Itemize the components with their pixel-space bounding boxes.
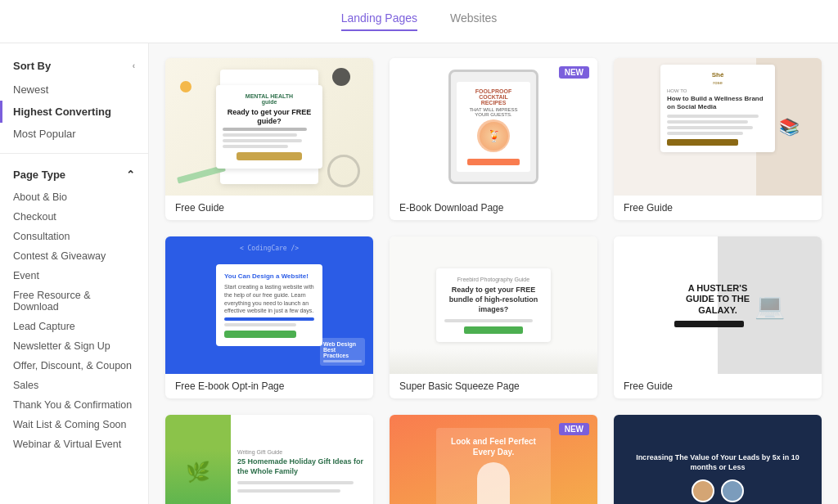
template-card-coding[interactable]: < CodingCare /> You Can Design a Website… xyxy=(165,236,373,398)
card-label-free-guide-1: Free Guide xyxy=(165,196,373,220)
page-type-wait-list[interactable]: Wait List & Coming Soon xyxy=(0,415,148,434)
badge-new-ebook: NEW xyxy=(559,66,589,79)
page-type-webinar[interactable]: Webinar & Virtual Event xyxy=(0,434,148,454)
sort-item-highest-converting[interactable]: Highest Converting xyxy=(0,101,148,123)
card-preview-style: NEW Look and Feel Perfect Every Day. xyxy=(390,415,597,504)
sort-item-most-popular[interactable]: Most Popular xyxy=(0,123,148,145)
sort-item-newest[interactable]: Newest xyxy=(0,79,148,101)
badge-new-style: NEW xyxy=(559,423,589,435)
page-type-label: Page Type xyxy=(13,169,65,181)
card-label-coding: Free E-book Opt-in Page xyxy=(165,374,373,398)
template-card-ebook[interactable]: NEW FOOLPROOFCOCKTAILRECIPES THAT WILL I… xyxy=(390,58,597,220)
card-preview-wellness: 📚 Shérose HOW TO How to Build a Wellness… xyxy=(614,58,822,196)
template-card-wellness[interactable]: 📚 Shérose HOW TO How to Build a Wellness… xyxy=(614,58,822,220)
page-type-about-bio[interactable]: About & Bio xyxy=(0,187,148,207)
card-preview-squeeze: Freebird Photography Guide Ready to get … xyxy=(390,236,597,374)
tab-websites[interactable]: Websites xyxy=(450,11,497,31)
chevron-up-icon: ⌃ xyxy=(126,169,135,181)
card-label-wellness: Free Guide xyxy=(614,196,822,220)
page-type-lead-capture[interactable]: Lead Capture xyxy=(0,317,148,336)
sidebar: Sort By ‹ Newest Highest Converting Most… xyxy=(0,43,149,504)
template-card-free-guide-1[interactable]: MENTAL HEALTHguide Ready to get your FRE… xyxy=(165,58,373,220)
template-card-holiday[interactable]: 🌿 Writing Gift Guide 25 Homemade Holiday… xyxy=(165,415,373,504)
tablet-mockup: FOOLPROOFCOCKTAILRECIPES THAT WILL IMPRE… xyxy=(448,70,538,184)
sort-label: Sort By xyxy=(13,60,51,72)
page-type-contest-giveaway[interactable]: Contest & Giveaway xyxy=(0,246,148,266)
card-preview-hustler: 💻 A HUSTLER'S GUIDE TO THE GALAXY. xyxy=(614,236,822,374)
card-preview-holiday: 🌿 Writing Gift Guide 25 Homemade Holiday… xyxy=(165,415,373,504)
template-card-leads[interactable]: Increasing The Value of Your Leads by 5x… xyxy=(614,415,822,504)
page-type-free-resource[interactable]: Free Resource & Download xyxy=(0,286,148,317)
card-preview-ebook: NEW FOOLPROOFCOCKTAILRECIPES THAT WILL I… xyxy=(390,58,597,196)
top-navigation: Landing Pages Websites xyxy=(0,0,838,43)
page-type-section-header[interactable]: Page Type ⌃ xyxy=(0,162,148,187)
template-card-squeeze[interactable]: Freebird Photography Guide Ready to get … xyxy=(390,236,597,398)
card-preview-coding: < CodingCare /> You Can Design a Website… xyxy=(165,236,373,374)
template-grid: MENTAL HEALTHguide Ready to get your FRE… xyxy=(165,58,822,504)
page-type-checkout[interactable]: Checkout xyxy=(0,207,148,227)
page-type-sales[interactable]: Sales xyxy=(0,376,148,395)
chevron-left-icon: ‹ xyxy=(133,61,135,70)
main-layout: Sort By ‹ Newest Highest Converting Most… xyxy=(0,43,838,504)
tab-landing-pages[interactable]: Landing Pages xyxy=(341,11,417,31)
card-label-hustler: Free Guide xyxy=(614,374,822,398)
card-preview-leads: Increasing The Value of Your Leads by 5x… xyxy=(614,415,822,504)
page-type-thank-you[interactable]: Thank You & Confirmation xyxy=(0,395,148,415)
card-preview-free-guide-1: MENTAL HEALTHguide Ready to get your FRE… xyxy=(165,58,373,196)
template-card-style[interactable]: NEW Look and Feel Perfect Every Day. Loo… xyxy=(390,415,597,504)
template-card-hustler[interactable]: 💻 A HUSTLER'S GUIDE TO THE GALAXY. Free … xyxy=(614,236,822,398)
page-type-offer[interactable]: Offer, Discount, & Coupon xyxy=(0,356,148,376)
sort-section-header[interactable]: Sort By ‹ xyxy=(0,53,148,79)
sidebar-divider xyxy=(0,153,148,154)
page-type-newsletter[interactable]: Newsletter & Sign Up xyxy=(0,336,148,356)
page-type-consultation[interactable]: Consultation xyxy=(0,227,148,246)
page-type-event[interactable]: Event xyxy=(0,266,148,286)
card-label-squeeze: Super Basic Squeeze Page xyxy=(390,374,597,398)
card-label-ebook: E-Book Download Page xyxy=(390,196,597,220)
content-area: MENTAL HEALTHguide Ready to get your FRE… xyxy=(149,43,838,504)
